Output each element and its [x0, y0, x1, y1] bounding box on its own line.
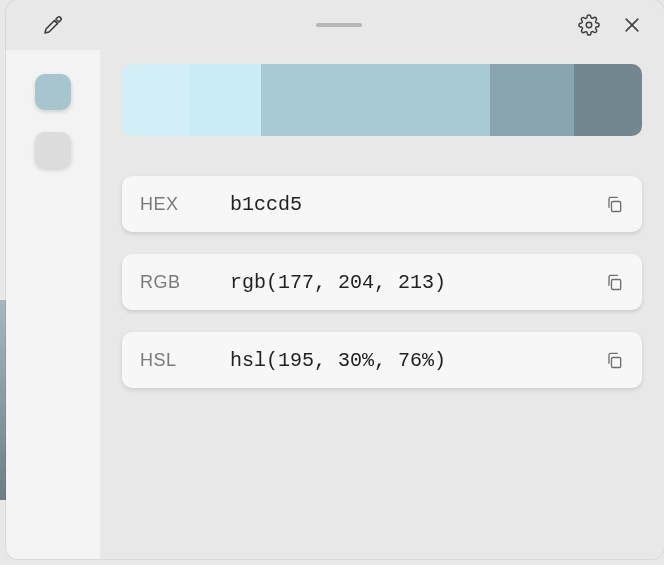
- palette-row: [122, 64, 642, 136]
- titlebar: [6, 0, 664, 50]
- swatch-0[interactable]: [35, 74, 71, 110]
- value-row-rgb: RGBrgb(177, 204, 213): [122, 254, 642, 310]
- svg-rect-3: [612, 202, 621, 212]
- palette-segment-2[interactable]: [261, 64, 490, 136]
- svg-point-0: [586, 22, 592, 28]
- content: HEXb1ccd5RGBrgb(177, 204, 213)HSLhsl(195…: [100, 50, 664, 559]
- close-button[interactable]: [622, 15, 642, 35]
- palette-segment-1[interactable]: [189, 64, 261, 136]
- palette-segment-3[interactable]: [490, 64, 574, 136]
- app-window: HEXb1ccd5RGBrgb(177, 204, 213)HSLhsl(195…: [6, 0, 664, 559]
- value-label: HEX: [140, 194, 230, 215]
- svg-rect-5: [612, 358, 621, 368]
- swatch-1[interactable]: [35, 132, 71, 168]
- titlebar-actions: [578, 14, 650, 36]
- eyedropper-button[interactable]: [6, 0, 100, 50]
- value-text[interactable]: b1ccd5: [230, 193, 604, 216]
- copy-icon: [604, 194, 624, 214]
- copy-button[interactable]: [604, 272, 624, 292]
- value-label: RGB: [140, 272, 230, 293]
- drag-handle: [316, 23, 362, 27]
- value-label: HSL: [140, 350, 230, 371]
- value-text[interactable]: hsl(195, 30%, 76%): [230, 349, 604, 372]
- copy-icon: [604, 350, 624, 370]
- gear-icon: [578, 14, 600, 36]
- body: HEXb1ccd5RGBrgb(177, 204, 213)HSLhsl(195…: [6, 50, 664, 559]
- value-text[interactable]: rgb(177, 204, 213): [230, 271, 604, 294]
- value-rows: HEXb1ccd5RGBrgb(177, 204, 213)HSLhsl(195…: [122, 176, 642, 388]
- value-row-hsl: HSLhsl(195, 30%, 76%): [122, 332, 642, 388]
- close-icon: [622, 15, 642, 35]
- settings-button[interactable]: [578, 14, 600, 36]
- sidebar: [6, 50, 100, 559]
- copy-button[interactable]: [604, 350, 624, 370]
- palette-segment-0[interactable]: [122, 64, 189, 136]
- copy-button[interactable]: [604, 194, 624, 214]
- drag-region[interactable]: [100, 23, 578, 27]
- svg-rect-4: [612, 280, 621, 290]
- palette-segment-4[interactable]: [574, 64, 642, 136]
- value-row-hex: HEXb1ccd5: [122, 176, 642, 232]
- copy-icon: [604, 272, 624, 292]
- eyedropper-icon: [41, 13, 65, 37]
